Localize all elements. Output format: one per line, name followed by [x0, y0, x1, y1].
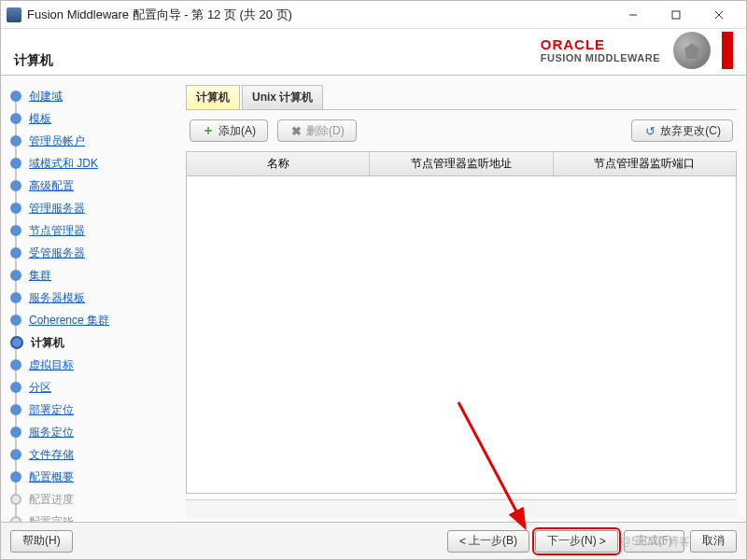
- step-dot-icon: [10, 292, 21, 303]
- step-dot-icon: [10, 91, 21, 102]
- step-label: 服务器模板: [29, 290, 85, 306]
- step-label: 文件存储: [29, 447, 74, 463]
- step-label: 配置完毕: [29, 514, 74, 523]
- brand-sub: FUSION MIDDLEWARE: [541, 52, 660, 63]
- wizard-step-4[interactable]: 高级配置: [10, 175, 176, 197]
- step-dot-icon: [10, 449, 21, 460]
- step-dot-icon: [10, 427, 21, 438]
- step-label: 服务定位: [29, 425, 74, 441]
- step-dot-icon: [10, 359, 21, 371]
- next-button[interactable]: 下一步(N) >: [535, 530, 618, 553]
- delete-button-label: 删除(D): [306, 123, 345, 139]
- step-label: 部署定位: [29, 402, 74, 418]
- discard-changes-button[interactable]: ↺ 放弃更改(C): [631, 119, 733, 142]
- wizard-step-2[interactable]: 管理员帐户: [10, 130, 176, 152]
- discard-label: 放弃更改(C): [660, 123, 721, 139]
- step-dot-icon: [10, 471, 21, 483]
- wizard-step-10[interactable]: Coherence 集群: [10, 309, 176, 331]
- wizard-step-8[interactable]: 集群: [10, 264, 176, 287]
- plus-icon: ＋: [202, 124, 215, 137]
- step-label: 创建域: [29, 89, 63, 105]
- cross-icon: ✖: [289, 124, 303, 137]
- oracle-logo-icon: [673, 32, 711, 69]
- col-name: 名称: [187, 152, 370, 175]
- step-label: Coherence 集群: [29, 313, 109, 329]
- step-label: 受管服务器: [29, 245, 85, 261]
- main-panel: 计算机Unix 计算机 ＋ 添加(A) ✖ 删除(D) ↺ 放弃更改(C): [180, 76, 746, 522]
- step-label: 计算机: [31, 335, 64, 351]
- step-label: 集群: [29, 268, 51, 284]
- step-dot-icon: [10, 113, 21, 124]
- col-listen-port: 节点管理器监听端口: [554, 152, 736, 175]
- help-button[interactable]: 帮助(H): [10, 530, 73, 553]
- wizard-step-9[interactable]: 服务器模板: [10, 287, 176, 309]
- back-button[interactable]: < 上一步(B): [447, 530, 529, 553]
- table-header: 名称 节点管理器监听地址 节点管理器监听端口: [187, 152, 736, 176]
- col-listen-address: 节点管理器监听地址: [370, 152, 553, 175]
- tab-1[interactable]: Unix 计算机: [242, 85, 323, 109]
- step-label: 高级配置: [29, 178, 74, 194]
- step-label: 管理服务器: [29, 201, 85, 217]
- app-icon: [7, 7, 21, 22]
- step-dot-icon: [10, 494, 21, 505]
- wizard-step-16[interactable]: 文件存储: [10, 443, 176, 466]
- brand-accent: [722, 32, 733, 69]
- wizard-step-14[interactable]: 部署定位: [10, 399, 176, 421]
- step-dot-icon: [10, 247, 21, 259]
- wizard-steps-sidebar: 创建域模板管理员帐户域模式和 JDK高级配置管理服务器节点管理器受管服务器集群服…: [1, 76, 180, 522]
- wizard-step-5[interactable]: 管理服务器: [10, 197, 176, 219]
- status-strip: [186, 499, 737, 518]
- wizard-step-3[interactable]: 域模式和 JDK: [10, 152, 176, 175]
- header: 计算机 ORACLE FUSION MIDDLEWARE: [1, 29, 746, 76]
- close-button[interactable]: [698, 2, 740, 28]
- step-label: 节点管理器: [29, 223, 85, 239]
- brand-block: ORACLE FUSION MIDDLEWARE: [541, 32, 733, 69]
- step-label: 域模式和 JDK: [29, 156, 98, 172]
- add-button-label: 添加(A): [218, 123, 256, 139]
- step-dot-icon: [10, 135, 21, 147]
- step-dot-icon: [10, 382, 21, 393]
- window-controls: [612, 2, 740, 28]
- step-dot-icon: [10, 180, 21, 191]
- step-label: 虚拟目标: [29, 357, 74, 373]
- wizard-step-7[interactable]: 受管服务器: [10, 242, 176, 264]
- step-label: 模板: [29, 111, 51, 127]
- table-body-empty: [187, 176, 736, 493]
- step-dot-icon: [10, 404, 21, 415]
- step-label: 配置概要: [29, 469, 74, 485]
- body: 创建域模板管理员帐户域模式和 JDK高级配置管理服务器节点管理器受管服务器集群服…: [1, 76, 746, 522]
- wizard-step-0[interactable]: 创建域: [10, 85, 176, 107]
- wizard-step-11[interactable]: 计算机: [10, 331, 176, 354]
- chevron-left-icon: <: [459, 535, 466, 548]
- chevron-right-icon: >: [599, 535, 606, 548]
- wizard-step-19: 配置完毕: [10, 511, 176, 522]
- step-dot-icon: [10, 203, 21, 214]
- tab-0[interactable]: 计算机: [186, 85, 240, 109]
- tabs: 计算机Unix 计算机: [186, 85, 737, 110]
- step-dot-icon: [10, 516, 21, 522]
- step-dot-icon: [10, 270, 21, 281]
- cancel-button[interactable]: 取消: [690, 530, 737, 553]
- undo-icon: ↺: [643, 124, 656, 137]
- wizard-step-13[interactable]: 分区: [10, 376, 176, 399]
- wizard-window: Fusion Middleware 配置向导 - 第 12 页 (共 20 页)…: [0, 0, 747, 560]
- wizard-step-15[interactable]: 服务定位: [10, 421, 176, 443]
- footer: 帮助(H) < 上一步(B) 下一步(N) > 完成(F) 取消: [1, 522, 746, 559]
- delete-button[interactable]: ✖ 删除(D): [277, 119, 357, 142]
- minimize-button[interactable]: [612, 2, 655, 28]
- maximize-button[interactable]: [655, 2, 698, 28]
- step-label: 配置进度: [29, 492, 74, 508]
- window-title: Fusion Middleware 配置向导 - 第 12 页 (共 20 页): [27, 7, 612, 23]
- finish-button[interactable]: 完成(F): [624, 530, 684, 553]
- step-dot-icon: [10, 336, 23, 349]
- svg-rect-1: [672, 11, 680, 19]
- wizard-step-6[interactable]: 节点管理器: [10, 219, 176, 242]
- wizard-step-17[interactable]: 配置概要: [10, 466, 176, 488]
- titlebar: Fusion Middleware 配置向导 - 第 12 页 (共 20 页): [1, 1, 746, 29]
- wizard-step-12[interactable]: 虚拟目标: [10, 354, 176, 376]
- wizard-step-1[interactable]: 模板: [10, 107, 176, 130]
- step-label: 分区: [29, 380, 51, 396]
- add-button[interactable]: ＋ 添加(A): [190, 119, 268, 142]
- machines-table: 名称 节点管理器监听地址 节点管理器监听端口: [186, 151, 737, 494]
- step-dot-icon: [10, 225, 21, 236]
